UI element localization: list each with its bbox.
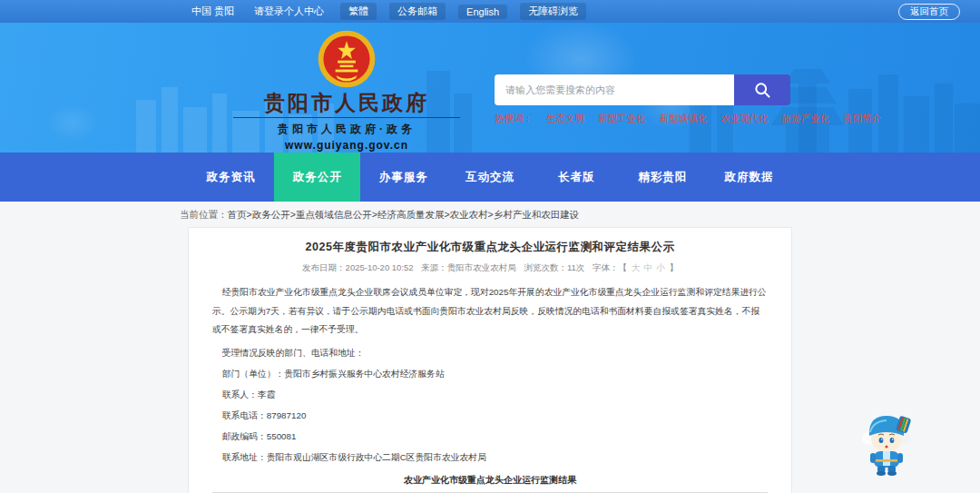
guiyang-gov-page: { "topbar": { "region_link": "中国 贵阳", "l… — [0, 0, 980, 493]
english-link[interactable]: English — [458, 5, 507, 19]
search-button[interactable] — [734, 74, 790, 105]
font-size-label-end: 】 — [669, 262, 678, 272]
back-home-button[interactable]: 返回首页 — [898, 4, 960, 20]
paragraph-announcement: 经贵阳市农业产业化市级重点龙头企业联席会议成员单位审定，现对2025年开展的农业… — [212, 283, 768, 340]
article-card: 2025年度贵阳市农业产业化市级重点龙头企业运行监测和评定结果公示 发布日期：2… — [188, 227, 792, 493]
nav-item-elder[interactable]: 长者版 — [534, 153, 620, 202]
hot-word-3[interactable]: 新型城镇化 — [660, 113, 708, 125]
nav-item-zwgk[interactable]: 政务公开 — [274, 153, 360, 202]
hot-search-label: 热搜词： — [495, 113, 533, 125]
site-title: 贵阳市人民政府 — [206, 91, 487, 114]
table-caption: 农业产业化市级重点龙头企业运行监测结果 — [212, 474, 768, 487]
font-size-label: 字体：【 — [593, 262, 627, 272]
hot-word-6[interactable]: 贵阳简介 — [843, 113, 881, 125]
official-mail-link[interactable]: 公务邮箱 — [389, 3, 446, 20]
mascot-widget[interactable] — [860, 409, 913, 476]
hot-search-row: 热搜词： 生态文明 新型工业化 新型城镇化 农业现代化 旅游产业化 贵阳简介 — [495, 113, 881, 125]
search-icon — [753, 81, 771, 99]
breadcrumb-path[interactable]: 首页>政务公开>重点领域信息公开>经济高质量发展>农业农村>乡村产业和农田建设 — [228, 209, 580, 220]
accessibility-link[interactable]: 无障碍浏览 — [520, 3, 586, 20]
paragraph-contact-person: 联系人：李霞 — [212, 387, 768, 404]
main-nav: 政务资讯 政务公开 办事服务 互动交流 长者版 精彩贵阳 政府数据 — [188, 153, 792, 202]
hot-word-4[interactable]: 农业现代化 — [720, 113, 769, 125]
hot-word-2[interactable]: 新型工业化 — [598, 113, 646, 125]
site-banner: 贵阳市人民政府 贵阳市人民政府·政务 www.guiyang.gov.cn 热搜… — [0, 23, 980, 153]
site-subtitle: 贵阳市人民政府·政务 — [233, 117, 460, 137]
paragraph-address: 联系地址：贵阳市观山湖区市级行政中心二期C区贵阳市农业农村局 — [212, 449, 768, 467]
paragraph-department: 部门（单位）：贵阳市乡村振兴服务中心农村经济服务站 — [212, 366, 768, 383]
breadcrumb: 当前位置：首页>政务公开>重点领域信息公开>经济高质量发展>农业农村>乡村产业和… — [180, 209, 800, 222]
nav-item-jcgy[interactable]: 精彩贵阳 — [620, 153, 706, 202]
article-source: 来源：贵阳市农业农村局 — [421, 262, 516, 272]
site-logo[interactable]: 贵阳市人民政府 贵阳市人民政府·政务 www.guiyang.gov.cn — [206, 29, 487, 152]
traditional-chinese-link[interactable]: 繁體 — [340, 3, 377, 20]
article-body: 经贵阳市农业产业化市级重点龙头企业联席会议成员单位审定，现对2025年开展的农业… — [212, 283, 768, 466]
search-bar — [495, 74, 790, 105]
main-nav-bar: 政务资讯 政务公开 办事服务 互动交流 长者版 精彩贵阳 政府数据 — [0, 153, 980, 202]
view-count: 浏览次数：11次 — [524, 262, 584, 272]
region-link[interactable]: 中国 贵阳 — [188, 3, 238, 20]
breadcrumb-label: 当前位置： — [180, 209, 228, 220]
login-link[interactable]: 请登录个人中心 — [250, 3, 328, 20]
article-title: 2025年度贵阳市农业产业化市级重点龙头企业运行监测和评定结果公示 — [212, 240, 768, 255]
search-input[interactable] — [495, 74, 734, 105]
paragraph-contact-intro: 受理情况反映的部门、电话和地址： — [212, 345, 768, 362]
nav-item-zfsj[interactable]: 政府数据 — [706, 153, 792, 202]
hot-word-1[interactable]: 生态文明 — [546, 113, 584, 125]
nav-item-bsfw[interactable]: 办事服务 — [360, 153, 446, 202]
font-size-large[interactable]: 大 — [632, 262, 641, 272]
banner-content: 贵阳市人民政府 贵阳市人民政府·政务 www.guiyang.gov.cn 热搜… — [177, 23, 803, 153]
topbar-links: 中国 贵阳 请登录个人中心 繁體 公务邮箱 English 无障碍浏览 — [188, 3, 586, 20]
publish-date: 发布日期：2025-10-20 10:52 — [302, 262, 414, 272]
paragraph-postcode: 邮政编码：550081 — [212, 429, 768, 446]
nav-item-hdjl[interactable]: 互动交流 — [446, 153, 533, 202]
font-size-medium[interactable]: 中 — [643, 262, 652, 272]
site-url: www.guiyang.gov.cn — [206, 139, 487, 152]
article-meta: 发布日期：2025-10-20 10:52 来源：贵阳市农业农村局 浏览次数：1… — [212, 262, 768, 274]
nav-item-zwzx[interactable]: 政务资讯 — [188, 153, 274, 202]
hot-word-5[interactable]: 旅游产业化 — [782, 113, 830, 125]
top-utility-bar: 中国 贵阳 请登录个人中心 繁體 公务邮箱 English 无障碍浏览 返回首页 — [0, 0, 980, 23]
national-emblem-icon — [317, 29, 377, 89]
font-size-small[interactable]: 小 — [656, 262, 665, 272]
paragraph-phone: 联系电话：87987120 — [212, 408, 768, 425]
